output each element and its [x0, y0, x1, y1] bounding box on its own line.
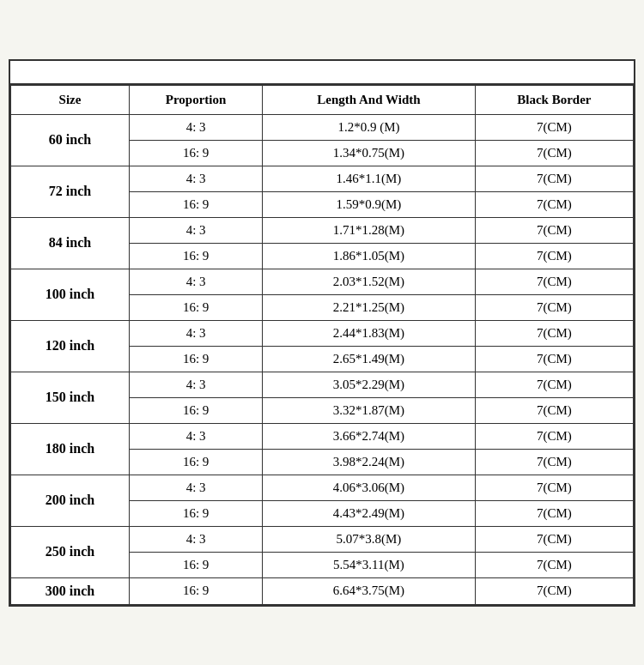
border-cell: 7(CM) [475, 500, 633, 526]
size-cell: 120 inch [11, 320, 130, 372]
table-row: 120 inch4: 32.44*1.83(M)7(CM) [11, 320, 634, 346]
dimensions-cell: 1.34*0.75(M) [263, 140, 476, 166]
table-row: 60 inch4: 31.2*0.9 (M)7(CM) [11, 114, 634, 140]
border-cell: 7(CM) [475, 191, 633, 217]
border-cell: 7(CM) [475, 140, 633, 166]
table-row: 150 inch4: 33.05*2.29(M)7(CM) [11, 372, 634, 397]
border-cell: 7(CM) [475, 449, 633, 475]
border-cell: 7(CM) [475, 269, 633, 294]
table-title [10, 61, 634, 85]
table-row: 200 inch4: 34.06*3.06(M)7(CM) [11, 475, 634, 500]
border-cell: 7(CM) [475, 475, 633, 500]
size-cell: 250 inch [11, 526, 130, 577]
border-cell: 7(CM) [475, 346, 633, 372]
dimensions-cell: 1.2*0.9 (M) [263, 114, 476, 140]
dimensions-cell: 3.32*1.87(M) [263, 397, 476, 423]
proportion-cell: 16: 9 [130, 191, 263, 217]
dimensions-cell: 2.44*1.83(M) [263, 320, 476, 346]
table-row: 180 inch4: 33.66*2.74(M)7(CM) [11, 423, 634, 449]
border-cell: 7(CM) [475, 114, 633, 140]
proportion-cell: 16: 9 [130, 552, 263, 577]
proportion-cell: 16: 9 [130, 577, 263, 604]
proportion-cell: 16: 9 [130, 140, 263, 166]
dimensions-cell: 1.46*1.1(M) [263, 166, 476, 191]
table-header-row: Size Proportion Length And Width Black B… [11, 85, 634, 114]
size-cell: 60 inch [11, 114, 130, 166]
proportion-cell: 4: 3 [130, 320, 263, 346]
size-cell: 72 inch [11, 166, 130, 217]
proportion-cell: 4: 3 [130, 166, 263, 191]
dimensions-cell: 1.59*0.9(M) [263, 191, 476, 217]
size-cell: 150 inch [11, 372, 130, 423]
dimensions-cell: 1.86*1.05(M) [263, 243, 476, 269]
proportion-cell: 4: 3 [130, 423, 263, 449]
proportion-cell: 16: 9 [130, 346, 263, 372]
border-cell: 7(CM) [475, 294, 633, 320]
border-cell: 7(CM) [475, 397, 633, 423]
proportion-cell: 16: 9 [130, 243, 263, 269]
dimensions-cell: 3.98*2.24(M) [263, 449, 476, 475]
border-cell: 7(CM) [475, 526, 633, 552]
table-row: 250 inch4: 35.07*3.8(M)7(CM) [11, 526, 634, 552]
border-cell: 7(CM) [475, 166, 633, 191]
proportion-cell: 4: 3 [130, 526, 263, 552]
proportion-cell: 4: 3 [130, 269, 263, 294]
proportion-cell: 4: 3 [130, 372, 263, 397]
table-row: 72 inch4: 31.46*1.1(M)7(CM) [11, 166, 634, 191]
table-row: 100 inch4: 32.03*1.52(M)7(CM) [11, 269, 634, 294]
screen-size-table: Size Proportion Length And Width Black B… [9, 59, 635, 607]
dimensions-cell: 2.65*1.49(M) [263, 346, 476, 372]
dimensions-cell: 5.54*3.11(M) [263, 552, 476, 577]
dimensions-cell: 3.05*2.29(M) [263, 372, 476, 397]
col-header-border: Black Border [475, 85, 633, 114]
size-cell: 84 inch [11, 217, 130, 269]
proportion-cell: 16: 9 [130, 449, 263, 475]
size-cell: 300 inch [11, 577, 130, 604]
border-cell: 7(CM) [475, 217, 633, 243]
dimensions-cell: 2.21*1.25(M) [263, 294, 476, 320]
dimensions-cell: 1.71*1.28(M) [263, 217, 476, 243]
proportion-cell: 4: 3 [130, 217, 263, 243]
proportion-cell: 16: 9 [130, 500, 263, 526]
border-cell: 7(CM) [475, 552, 633, 577]
col-header-dimensions: Length And Width [263, 85, 476, 114]
col-header-proportion: Proportion [130, 85, 263, 114]
table-row: 84 inch4: 31.71*1.28(M)7(CM) [11, 217, 634, 243]
dimensions-cell: 4.43*2.49(M) [263, 500, 476, 526]
size-cell: 200 inch [11, 475, 130, 526]
size-cell: 180 inch [11, 423, 130, 475]
dimensions-cell: 6.64*3.75(M) [263, 577, 476, 604]
proportion-cell: 4: 3 [130, 114, 263, 140]
border-cell: 7(CM) [475, 320, 633, 346]
border-cell: 7(CM) [475, 423, 633, 449]
size-table: Size Proportion Length And Width Black B… [10, 85, 634, 605]
dimensions-cell: 4.06*3.06(M) [263, 475, 476, 500]
table-row: 300 inch16: 96.64*3.75(M)7(CM) [11, 577, 634, 604]
proportion-cell: 16: 9 [130, 294, 263, 320]
dimensions-cell: 5.07*3.8(M) [263, 526, 476, 552]
proportion-cell: 4: 3 [130, 475, 263, 500]
dimensions-cell: 2.03*1.52(M) [263, 269, 476, 294]
border-cell: 7(CM) [475, 243, 633, 269]
proportion-cell: 16: 9 [130, 397, 263, 423]
col-header-size: Size [11, 85, 130, 114]
dimensions-cell: 3.66*2.74(M) [263, 423, 476, 449]
size-cell: 100 inch [11, 269, 130, 320]
border-cell: 7(CM) [475, 577, 633, 604]
border-cell: 7(CM) [475, 372, 633, 397]
